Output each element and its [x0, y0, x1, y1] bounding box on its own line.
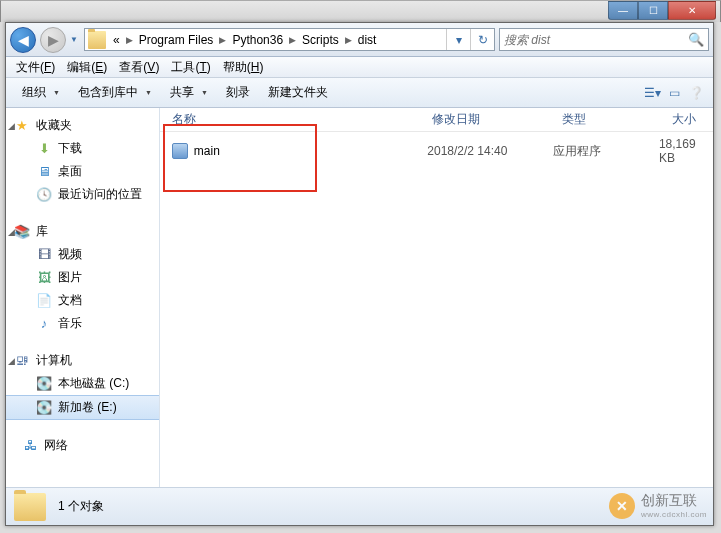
share-button[interactable]: 共享▼	[162, 80, 216, 105]
file-size: 18,169 KB	[659, 137, 713, 165]
chevron-down-icon: ▼	[53, 89, 60, 96]
document-icon: 📄	[36, 293, 52, 309]
chevron-down-icon: ▼	[145, 89, 152, 96]
include-library-button[interactable]: 包含到库中▼	[70, 80, 160, 105]
forward-button[interactable]: ▶	[40, 27, 66, 53]
explorer-window: ◀ ▶ ▼ «▶ Program Files▶ Python36▶ Script…	[5, 22, 714, 526]
search-box[interactable]: 🔍	[499, 28, 709, 51]
video-icon: 🎞	[36, 247, 52, 263]
status-bar: 1 个对象	[6, 487, 713, 525]
sidebar-group-favorites[interactable]: ◢★收藏夹	[6, 114, 159, 137]
titlebar: — ☐ ✕	[0, 0, 721, 22]
breadcrumb[interactable]: «	[109, 29, 124, 50]
star-icon: ★	[14, 118, 30, 134]
chevron-right-icon[interactable]: ▶	[287, 35, 298, 45]
preview-pane-icon[interactable]: ▭	[665, 84, 683, 102]
burn-button[interactable]: 刻录	[218, 80, 258, 105]
sidebar-item-newvolume-e[interactable]: 💽新加卷 (E:)	[6, 395, 159, 420]
addr-dropdown-icon[interactable]: ▾	[446, 29, 470, 50]
organize-button[interactable]: 组织▼	[14, 80, 68, 105]
column-header-date[interactable]: 修改日期	[432, 111, 562, 128]
maximize-button[interactable]: ☐	[638, 1, 668, 20]
sidebar-item-localdisk-c[interactable]: 💽本地磁盘 (C:)	[6, 372, 159, 395]
breadcrumb[interactable]: Program Files	[135, 29, 218, 50]
sidebar-item-documents[interactable]: 📄文档	[6, 289, 159, 312]
navigation-bar: ◀ ▶ ▼ «▶ Program Files▶ Python36▶ Script…	[6, 23, 713, 57]
download-icon: ⬇	[36, 141, 52, 157]
library-icon: 📚	[14, 224, 30, 240]
menu-file[interactable]: 文件(F)	[10, 57, 61, 78]
sidebar-group-library[interactable]: ◢📚库	[6, 220, 159, 243]
chevron-down-icon: ▼	[201, 89, 208, 96]
sidebar-group-computer[interactable]: ◢🖳计算机	[6, 349, 159, 372]
search-icon[interactable]: 🔍	[688, 32, 704, 47]
back-button[interactable]: ◀	[10, 27, 36, 53]
sidebar-item-video[interactable]: 🎞视频	[6, 243, 159, 266]
chevron-right-icon[interactable]: ▶	[124, 35, 135, 45]
search-input[interactable]	[504, 33, 688, 47]
folder-icon	[14, 493, 46, 521]
view-options-icon[interactable]: ☰▾	[643, 84, 661, 102]
desktop-icon: 🖥	[36, 164, 52, 180]
sidebar: ◢★收藏夹 ⬇下载 🖥桌面 🕓最近访问的位置 ◢📚库 🎞视频 🖼图片 📄文档 ♪…	[6, 108, 160, 487]
minimize-button[interactable]: —	[608, 1, 638, 20]
computer-icon: 🖳	[14, 353, 30, 369]
file-date: 2018/2/2 14:40	[427, 144, 552, 158]
menu-view[interactable]: 查看(V)	[113, 57, 165, 78]
close-button[interactable]: ✕	[668, 1, 716, 20]
recent-icon: 🕓	[36, 187, 52, 203]
exe-icon	[172, 143, 188, 159]
status-text: 1 个对象	[58, 498, 104, 515]
breadcrumb[interactable]: Python36	[228, 29, 287, 50]
newfolder-button[interactable]: 新建文件夹	[260, 80, 336, 105]
drive-icon: 💽	[36, 376, 52, 392]
sidebar-item-music[interactable]: ♪音乐	[6, 312, 159, 335]
sidebar-item-pictures[interactable]: 🖼图片	[6, 266, 159, 289]
picture-icon: 🖼	[36, 270, 52, 286]
sidebar-group-network[interactable]: 🖧网络	[6, 434, 159, 457]
file-list: main 2018/2/2 14:40 应用程序 18,169 KB	[160, 132, 713, 487]
breadcrumb[interactable]: dist	[354, 29, 381, 50]
sidebar-item-recent[interactable]: 🕓最近访问的位置	[6, 183, 159, 206]
menu-tools[interactable]: 工具(T)	[165, 57, 216, 78]
chevron-right-icon[interactable]: ▶	[343, 35, 354, 45]
content-pane: 名称 修改日期 类型 大小 main 2018/2/2 14:40 应用程序 1…	[160, 108, 713, 487]
file-row[interactable]: main 2018/2/2 14:40 应用程序 18,169 KB	[160, 140, 713, 162]
sidebar-item-desktop[interactable]: 🖥桌面	[6, 160, 159, 183]
column-header-size[interactable]: 大小	[672, 111, 713, 128]
menu-edit[interactable]: 编辑(E)	[61, 57, 113, 78]
history-dropdown[interactable]: ▼	[70, 35, 80, 44]
sidebar-item-downloads[interactable]: ⬇下载	[6, 137, 159, 160]
file-type: 应用程序	[553, 143, 659, 160]
column-header-name[interactable]: 名称	[172, 111, 432, 128]
toolbar: 组织▼ 包含到库中▼ 共享▼ 刻录 新建文件夹 ☰▾ ▭ ❔	[6, 78, 713, 108]
chevron-right-icon[interactable]: ▶	[217, 35, 228, 45]
column-header-type[interactable]: 类型	[562, 111, 672, 128]
music-icon: ♪	[36, 316, 52, 332]
network-icon: 🖧	[22, 438, 38, 454]
refresh-icon[interactable]: ↻	[470, 29, 494, 50]
menu-bar: 文件(F) 编辑(E) 查看(V) 工具(T) 帮助(H)	[6, 57, 713, 78]
menu-help[interactable]: 帮助(H)	[217, 57, 270, 78]
help-icon[interactable]: ❔	[687, 84, 705, 102]
main-area: ◢★收藏夹 ⬇下载 🖥桌面 🕓最近访问的位置 ◢📚库 🎞视频 🖼图片 📄文档 ♪…	[6, 108, 713, 487]
drive-icon: 💽	[36, 400, 52, 416]
column-headers: 名称 修改日期 类型 大小	[160, 108, 713, 132]
address-bar[interactable]: «▶ Program Files▶ Python36▶ Scripts▶ dis…	[84, 28, 495, 51]
breadcrumb[interactable]: Scripts	[298, 29, 343, 50]
folder-icon	[88, 31, 106, 49]
file-name: main	[194, 144, 428, 158]
